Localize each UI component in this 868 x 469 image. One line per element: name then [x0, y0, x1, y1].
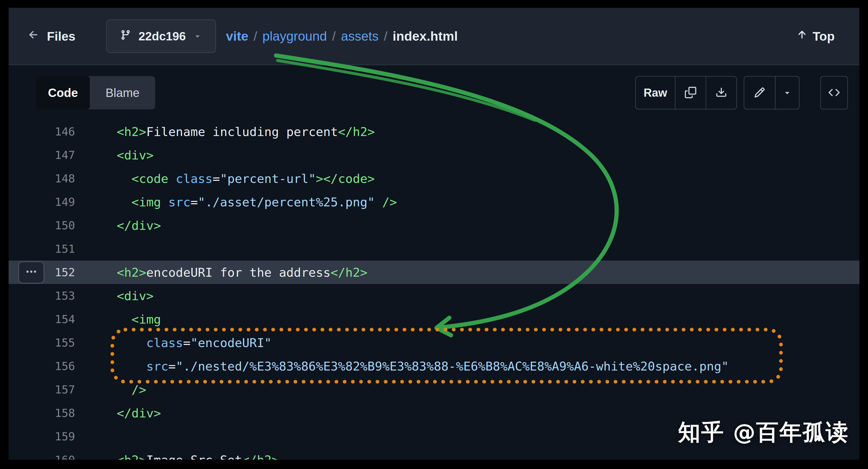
code-line-content: <h2>encodeURI for the address</h2>: [75, 265, 367, 280]
code-line-content: <h2>Filename including percent</h2>: [75, 125, 375, 139]
code-icon: [828, 87, 840, 99]
line-number[interactable]: 159: [9, 430, 75, 443]
code-token: [168, 171, 176, 186]
code-line: 153<div>: [9, 284, 859, 308]
download-button[interactable]: [706, 76, 736, 109]
code-line-content: <div>: [75, 148, 153, 162]
branch-selector[interactable]: 22dc196: [106, 20, 216, 53]
raw-button[interactable]: Raw: [636, 76, 675, 109]
breadcrumb-folder-link[interactable]: playground: [262, 29, 327, 44]
code-line: 147<div>: [9, 143, 859, 167]
code-lines: 146<h2>Filename including percent</h2>14…: [9, 120, 859, 460]
file-header: Files 22dc196 vite / playground / assets…: [9, 8, 859, 65]
download-icon: [716, 87, 727, 99]
code-token: <h2>: [117, 125, 146, 139]
code-line-content: src="./nested/%E3%83%86%E3%82%B9%E3%83%8…: [75, 359, 729, 373]
code-token: "./nested/%E3%83%86%E3%82%B9%E3%83%88-%E…: [176, 359, 728, 373]
line-number[interactable]: 154: [9, 313, 75, 326]
code-token: </h2>: [242, 453, 279, 460]
copy-button[interactable]: [675, 76, 706, 109]
code-line: 152<h2>encodeURI for the address</h2>: [9, 260, 859, 284]
breadcrumb-separator: /: [332, 29, 336, 44]
code-editor: 146<h2>Filename including percent</h2>14…: [9, 120, 859, 460]
code-line-content: </div>: [75, 406, 161, 420]
breadcrumb-folder-link[interactable]: assets: [341, 29, 379, 44]
line-number[interactable]: 151: [9, 242, 75, 255]
breadcrumb-filename: index.html: [393, 29, 458, 44]
line-number[interactable]: 153: [9, 289, 75, 302]
chevron-down-icon: [193, 29, 202, 43]
git-branch-icon: [120, 29, 131, 43]
code-line: 155 class="encodeURI": [9, 331, 859, 354]
code-token: src: [168, 195, 190, 209]
code-token: "percent-url": [220, 171, 316, 186]
line-number[interactable]: 148: [9, 172, 75, 185]
symbols-button[interactable]: [820, 76, 848, 110]
code-token: "encodeURI": [190, 336, 272, 350]
edit-dropdown-button[interactable]: [775, 76, 799, 109]
code-token: "./asset/percent%25.png": [198, 195, 375, 209]
code-token: Image Src Set: [146, 453, 242, 460]
code-token: </div>: [117, 406, 161, 420]
line-number[interactable]: 149: [9, 195, 75, 209]
code-token: =: [183, 336, 190, 350]
arrow-left-icon: [28, 29, 40, 44]
toolbar-actions: Raw: [635, 76, 848, 110]
code-token: <img: [132, 312, 161, 326]
code-token: =: [190, 195, 198, 209]
line-number[interactable]: 160: [9, 454, 75, 460]
code-token: <h2>: [117, 453, 146, 460]
code-token: [117, 336, 146, 350]
code-token: <img: [132, 195, 161, 209]
line-number[interactable]: 157: [9, 383, 75, 396]
back-to-files-button[interactable]: Files: [28, 29, 75, 44]
line-number[interactable]: 146: [9, 125, 75, 138]
code-token: class: [146, 336, 183, 350]
code-token: [161, 195, 168, 209]
code-token: />: [132, 382, 147, 397]
code-token: [375, 195, 382, 209]
raw-copy-download-group: Raw: [635, 76, 737, 110]
code-line-content: <img src="./asset/percent%25.png" />: [75, 195, 397, 209]
code-token: <h2>: [117, 265, 146, 280]
line-number[interactable]: 147: [9, 149, 75, 161]
code-token: src: [146, 359, 168, 373]
code-token: </h2>: [331, 265, 367, 280]
edit-button[interactable]: [744, 76, 775, 109]
code-token: =: [213, 171, 220, 186]
code-token: [117, 382, 132, 397]
code-line: 156 src="./nested/%E3%83%86%E3%82%B9%E3%…: [9, 354, 859, 378]
code-view-panel: Files 22dc196 vite / playground / assets…: [9, 8, 859, 460]
breadcrumb-separator: /: [384, 29, 388, 44]
tab-blame[interactable]: Blame: [90, 76, 155, 110]
code-line-content: </div>: [75, 218, 161, 233]
line-number[interactable]: 150: [9, 219, 75, 232]
code-line-content: />: [75, 382, 146, 397]
code-line-content: <code class="percent-url"></code>: [75, 171, 375, 186]
tab-code[interactable]: Code: [36, 76, 90, 110]
code-token: class: [176, 171, 212, 186]
line-number[interactable]: 155: [9, 336, 75, 349]
back-to-top-button[interactable]: Top: [796, 29, 835, 43]
code-token: [117, 171, 132, 186]
code-line: 154 <img: [9, 308, 859, 331]
line-number[interactable]: 158: [9, 406, 75, 419]
copy-icon: [685, 87, 696, 99]
watermark: 知乎 @百年孤读: [678, 417, 849, 448]
breadcrumb-repo-link[interactable]: vite: [226, 29, 248, 44]
arrow-up-icon: [796, 29, 808, 43]
code-token: <code: [132, 171, 168, 186]
code-line-content: <img: [75, 312, 161, 326]
kebab-horizontal-icon: [25, 266, 37, 279]
line-number[interactable]: 156: [9, 359, 75, 373]
code-token: </div>: [117, 218, 161, 233]
code-blame-tabs: Code Blame: [36, 76, 155, 110]
chevron-down-icon: [783, 88, 792, 98]
code-token: [117, 359, 146, 373]
pencil-icon: [754, 87, 765, 99]
code-line-content: <h2>Image Src Set</h2>: [75, 453, 279, 460]
line-menu-button[interactable]: [18, 261, 44, 283]
code-token: [117, 195, 132, 209]
breadcrumb: vite / playground / assets / index.html: [226, 29, 458, 44]
code-token: </h2>: [338, 125, 375, 139]
